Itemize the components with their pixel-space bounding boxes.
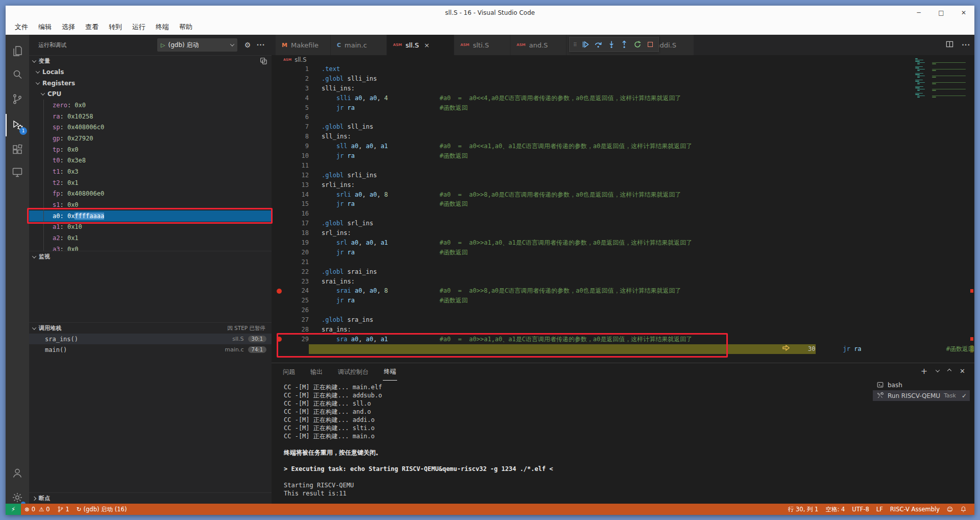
gutter[interactable]	[272, 180, 287, 190]
line-number[interactable]: 5	[287, 103, 309, 113]
code-line-19[interactable]: 19 srl a0, a0, a1 #a0 = a0>>a1,a0、a1是C语言…	[272, 238, 974, 248]
code-line-21[interactable]: 21	[272, 257, 974, 267]
activity-source-control[interactable]	[6, 88, 29, 110]
notifications-bell-icon[interactable]	[957, 504, 970, 515]
line-number[interactable]: 7	[287, 122, 309, 132]
code-line-6[interactable]: 6	[272, 112, 974, 122]
register-row-t2[interactable]: t2: 0x1	[29, 177, 272, 188]
activity-remote-explorer[interactable]	[6, 161, 29, 183]
gutter[interactable]	[272, 209, 287, 219]
line-number[interactable]: 26	[287, 305, 309, 315]
code-line-10[interactable]: 10 jr ra #函数返回	[272, 151, 974, 161]
code-line-28[interactable]: 28sra_ins:	[272, 325, 974, 335]
breakpoint-dot[interactable]	[277, 289, 282, 294]
watch-section-header[interactable]: 监视	[29, 251, 272, 262]
register-row-tp[interactable]: tp: 0x0	[29, 144, 272, 155]
menu-run[interactable]: 运行	[127, 20, 151, 34]
line-number[interactable]: 9	[287, 141, 309, 151]
gutter[interactable]	[272, 141, 287, 151]
line-number[interactable]: 27	[287, 315, 309, 325]
gutter[interactable]	[272, 257, 287, 267]
tab-main-c[interactable]: Cmain.c	[331, 35, 387, 55]
remote-indicator[interactable]: ⚡	[6, 504, 21, 515]
code-line-16[interactable]: 16	[272, 209, 974, 219]
gutter[interactable]	[272, 286, 287, 296]
close-tab-icon[interactable]: ×	[424, 41, 430, 49]
gutter[interactable]	[272, 305, 287, 315]
gutter[interactable]	[778, 344, 794, 354]
gutter[interactable]	[272, 151, 287, 161]
editor-more-actions-icon[interactable]: ···	[962, 41, 970, 49]
gutter[interactable]	[272, 171, 287, 180]
panel-tab-debug-console[interactable]: 调试控制台	[337, 364, 370, 381]
terminal-entry-run-riscv-qemu[interactable]: Run RISCV-QEMUTask✓	[873, 390, 970, 401]
code-area[interactable]: 1.text2.globl slli_ins3slli_ins:4 slli a…	[272, 64, 974, 363]
gutter[interactable]	[272, 267, 287, 277]
feedback-icon[interactable]: ☺	[943, 504, 957, 515]
panel-tab-terminal[interactable]: 终端	[383, 363, 397, 381]
breadcrumb[interactable]: ASM sll.S	[272, 55, 974, 64]
activity-search[interactable]	[6, 63, 29, 86]
line-number[interactable]: 18	[287, 228, 309, 238]
minimap[interactable]	[914, 55, 970, 157]
tab-slti-s[interactable]: ASMslti.S	[454, 35, 510, 55]
gutter[interactable]	[272, 219, 287, 228]
gutter[interactable]	[272, 315, 287, 325]
restart-icon[interactable]	[633, 40, 642, 49]
indentation[interactable]: 空格: 4	[822, 504, 848, 515]
line-number[interactable]: 20	[287, 248, 309, 257]
code-line-2[interactable]: 2.globl slli_ins	[272, 74, 974, 84]
code-line-14[interactable]: 14 srli a0, a0, 8 #a0 = a0>>8,a0是C语言调用者传…	[272, 190, 974, 200]
variables-section-header[interactable]: 变量	[29, 55, 272, 66]
line-number[interactable]: 29	[287, 335, 309, 344]
line-number[interactable]: 10	[287, 151, 309, 161]
gutter[interactable]	[272, 325, 287, 335]
code-line-9[interactable]: 9 sll a0, a0, a1 #a0 = a0<<a1,a0、a1是C语言调…	[272, 141, 974, 151]
line-number[interactable]: 4	[287, 93, 309, 103]
gutter[interactable]	[272, 132, 287, 141]
gutter[interactable]	[272, 161, 287, 171]
register-row-a1[interactable]: a1: 0x10	[29, 222, 272, 233]
line-number[interactable]: 11	[287, 161, 309, 171]
new-terminal-icon[interactable]: +	[921, 366, 927, 376]
code-line-8[interactable]: 8sll_ins:	[272, 132, 974, 141]
step-over-icon[interactable]	[594, 40, 603, 49]
breakpoint-dot[interactable]	[277, 337, 282, 342]
language-mode[interactable]: RISC-V Assembly	[887, 504, 943, 515]
activity-explorer[interactable]	[6, 40, 29, 62]
register-row-a3[interactable]: a3: 0x0	[29, 244, 272, 251]
register-row-zero[interactable]: zero: 0x0	[29, 100, 272, 111]
register-row-s1[interactable]: s1: 0x0	[29, 199, 272, 210]
line-number[interactable]: 24	[287, 286, 309, 296]
code-line-4[interactable]: 4 slli a0, a0, 4 #a0 = a0<<4,a0是C语言调用者传递…	[272, 93, 974, 103]
more-actions-icon[interactable]: ···	[256, 40, 265, 50]
maximize-panel-icon[interactable]	[947, 369, 951, 373]
collapse-all-icon[interactable]	[260, 57, 268, 65]
debug-session-status[interactable]: ↻ (gdb) 启动 (16)	[73, 504, 130, 515]
register-row-ra[interactable]: ra: 0x10258	[29, 111, 272, 122]
eol[interactable]: LF	[873, 504, 887, 515]
line-number[interactable]: 12	[287, 171, 309, 180]
panel-tab-problems[interactable]: 问题	[282, 364, 296, 381]
cursor-position[interactable]: 行 30, 列 1	[785, 504, 822, 515]
line-number[interactable]: 23	[287, 277, 309, 287]
callstack-section-header[interactable]: 调用堆栈 因 STEP 已暂停	[29, 322, 272, 334]
register-row-sp[interactable]: sp: 0x408006c0	[29, 122, 272, 133]
line-number[interactable]: 16	[287, 209, 309, 219]
code-line-22[interactable]: 22.globl srai_ins	[272, 267, 974, 277]
code-line-23[interactable]: 23srai_ins:	[272, 277, 974, 287]
gutter[interactable]	[272, 296, 287, 305]
register-row-fp[interactable]: fp: 0x408006e0	[29, 188, 272, 200]
code-line-29[interactable]: 29 sra a0, a0, a1 #a0 = a0>>a1,a0、a1是C语言…	[272, 335, 974, 344]
line-number[interactable]: 30	[794, 344, 816, 354]
menu-terminal[interactable]: 终端	[151, 20, 174, 34]
menu-file[interactable]: 文件	[10, 20, 33, 34]
stack-frame[interactable]: sra_ins()sll.S30:1	[29, 334, 272, 344]
gutter[interactable]	[272, 84, 287, 93]
register-row-gp[interactable]: gp: 0x27920	[29, 133, 272, 144]
register-row-t0[interactable]: t0: 0x3e8	[29, 155, 272, 167]
step-out-icon[interactable]	[620, 40, 629, 49]
gutter[interactable]	[272, 74, 287, 84]
line-number[interactable]: 25	[287, 296, 309, 305]
scrollbar[interactable]	[970, 55, 974, 363]
